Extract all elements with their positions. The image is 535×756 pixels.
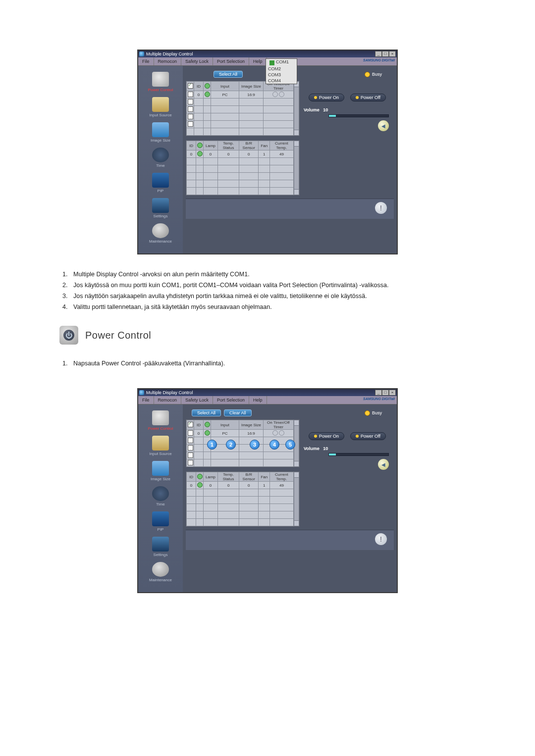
row-checkbox[interactable] [188,92,193,97]
marker-2: 2 [226,440,236,450]
status-led-icon [197,474,203,479]
marker-4: 4 [269,440,279,450]
table-row[interactable]: 0 PC 16:9 [187,91,294,99]
menu-help[interactable]: Help [249,57,267,65]
clear-all-button[interactable]: Clear All [224,409,252,416]
sidebar-item-input-source[interactable]: Input Source [138,97,183,117]
sidebar-item-label: PIP [138,527,183,532]
cell-temp-status: 0 [218,482,239,489]
col-image-size: Image Size [239,420,264,430]
status-led-icon [197,482,203,488]
col-image-size: Image Size [239,82,264,91]
minimize-button[interactable]: _ [375,390,382,396]
menu-remocon[interactable]: Remocon [154,396,182,404]
power-control-icon [152,72,169,87]
titlebar: Multiple Display Control _ □ × [138,389,397,396]
cell-current-temp: 49 [270,482,293,489]
warning-icon: ! [375,202,387,214]
col-fan: Fan [259,472,270,482]
doc-list-item: Jos käytössä on muu portti kuin COM1, po… [73,280,388,290]
menu-port-selection[interactable]: Port Selection [213,396,249,404]
port-option-com3[interactable]: COM3 [266,72,297,78]
cell-input: PC [211,430,239,437]
sidebar-item-label: Power Control [138,426,183,431]
input-source-icon [152,436,169,451]
menu-file[interactable]: File [138,57,154,65]
col-lamp: Lamp [204,141,218,151]
scrollbar[interactable] [294,472,300,526]
volume-row: Volume 10 [304,446,394,451]
sidebar-item-settings[interactable]: Settings [138,537,183,557]
volume-slider[interactable] [328,114,389,117]
port-option-com4[interactable]: COM4 [266,78,297,84]
close-button[interactable]: × [389,390,396,396]
sidebar-item-label: Input Source [138,113,183,117]
menu-file[interactable]: File [138,396,154,404]
table-row[interactable]: 0 PC 16:9 [187,430,294,437]
menu-safety-lock[interactable]: Safety Lock [181,396,213,404]
menu-port-selection[interactable]: Port Selection [213,57,249,65]
toolbar: Select All Clear All Busy [192,409,394,416]
sidebar-item-power-control[interactable]: Power Control [138,410,183,431]
col-current-temp: Current Temp. [270,472,293,482]
scrollbar[interactable] [294,141,300,195]
sidebar-item-pip[interactable]: PIP [138,511,183,532]
col-input: Input [211,420,239,430]
power-off-label: Power Off [361,95,380,100]
sidebar-item-maintenance[interactable]: Maintenance [138,562,183,582]
status-led-icon [205,92,210,97]
maximize-button[interactable]: □ [382,390,389,396]
table-row [187,173,294,180]
power-off-button[interactable]: Power Off [350,94,386,101]
minimize-button[interactable]: _ [375,51,382,57]
row-checkbox[interactable] [188,430,193,436]
table-row [187,158,294,165]
menu-help[interactable]: Help [249,396,267,404]
volume-slider[interactable] [328,453,389,456]
busy-dot-icon [365,72,370,77]
close-button[interactable]: × [389,51,396,57]
sidebar-item-settings[interactable]: Settings [138,198,183,218]
sidebar-item-time[interactable]: Time [138,148,183,168]
right-panel: Power On Power Off Volume 10 ◀ [301,432,394,470]
menu-remocon[interactable]: Remocon [154,57,182,65]
power-off-button[interactable]: Power Off [350,432,386,440]
sidebar-item-image-size[interactable]: Image Size [138,461,183,481]
col-temp-status: Temp. Status [218,472,239,482]
port-option-com2[interactable]: COM2 [266,66,297,72]
select-all-checkbox[interactable] [188,83,193,89]
col-status [204,420,211,430]
col-id: ID [187,141,196,151]
sidebar-item-time[interactable]: Time [138,486,183,506]
sidebar: Power Control Input Source Image Size Ti… [138,404,183,592]
table-row[interactable]: 0 0 0 0 1 49 [187,482,294,489]
status-grid: ID Lamp Temp. Status B/R Sensor Fan Curr… [186,471,300,527]
marker-3: 3 [250,440,260,450]
port-option-com1[interactable]: COM1 [276,59,289,64]
select-all-button[interactable]: Select All [192,409,221,416]
doc-list-item: Multiple Display Control -arvoksi on alu… [73,269,250,279]
table-row [187,519,294,526]
power-on-button[interactable]: Power On [309,432,344,440]
warning-icon: ! [375,533,387,545]
sidebar-item-maintenance[interactable]: Maintenance [138,223,183,244]
sidebar-item-power-control[interactable]: Power Control [138,72,183,92]
mute-button[interactable]: ◀ [378,120,389,131]
mute-button[interactable]: ◀ [378,459,389,470]
col-fan: Fan [259,141,270,151]
menu-safety-lock[interactable]: Safety Lock [181,57,213,65]
main-panel: Select All Clear All Busy ID [183,404,397,592]
cell-id: 0 [194,91,204,99]
cell-timer [264,430,294,437]
select-all-button[interactable]: Select All [214,71,243,78]
table-row[interactable]: 0 0 0 0 1 49 [187,151,294,158]
power-on-button[interactable]: Power On [309,94,344,101]
scrollbar[interactable] [294,81,300,136]
sidebar-item-image-size[interactable]: Image Size [138,122,183,143]
select-all-checkbox[interactable] [188,422,193,427]
sidebar-item-input-source[interactable]: Input Source [138,436,183,456]
port-selection-dropdown[interactable]: COM1 COM2 COM3 COM4 [266,58,297,84]
sidebar-item-pip[interactable]: PIP [138,173,183,193]
maximize-button[interactable]: □ [382,51,389,57]
dot-icon [314,96,317,99]
